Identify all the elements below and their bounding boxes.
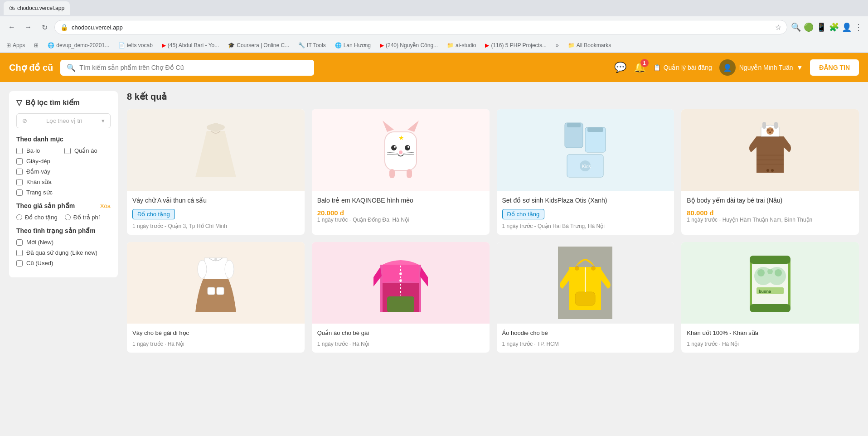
manage-posts-btn[interactable]: 📋 Quản lý bài đăng <box>653 64 712 71</box>
tab-title: chodocu.vercel.app <box>17 5 64 11</box>
category-giay-dep[interactable]: Giày-dép <box>16 158 111 165</box>
product-card-1[interactable]: Váy chữ A vải thun cá sấu Đồ cho tặng 1 … <box>127 109 305 235</box>
bookmark-grid[interactable]: ⊞ <box>31 41 41 49</box>
location-placeholder: Lọc theo vị trí <box>46 117 82 124</box>
app-logo[interactable]: Chợ đồ cũ <box>9 62 53 73</box>
checkbox-used[interactable] <box>16 260 23 266</box>
bookmark-yt1-label: (45) Abdul Bari - Yo... <box>168 42 219 48</box>
product-meta-1: 1 ngày trước - Quận 3, Tp Hồ Chí Minh <box>132 223 299 229</box>
price-radio-group: Đồ cho tặng Đồ trả phí <box>16 214 111 221</box>
condition-used[interactable]: Cũ (Used) <box>16 260 111 266</box>
checkbox-like-new[interactable] <box>16 250 23 256</box>
product-price-1: Đồ cho tặng <box>132 209 175 219</box>
bookmark-devup[interactable]: 🌐 devup_demo-20201... <box>45 41 112 49</box>
product-card-2[interactable]: ★ Balo trẻ em KAQINOBE hình mèo 20.000 đ… <box>312 109 490 235</box>
bookmark-coursera[interactable]: 🎓 Coursera | Online C... <box>225 41 292 49</box>
product-card-7[interactable]: Áo hoodie cho bé 1 ngày trước · TP. HCM <box>497 242 674 353</box>
bookmark-youtube1[interactable]: ▶ (45) Abdul Bari - Yo... <box>159 41 222 49</box>
category-dam-vay[interactable]: Đầm-váy <box>16 168 111 175</box>
category-khan-sua[interactable]: Khăn sữa <box>16 179 111 185</box>
bookmark-youtube3[interactable]: ▶ (116) 5 PHP Projects... <box>482 41 549 49</box>
checkbox-quan-ao[interactable] <box>64 148 71 154</box>
extension-icon-2[interactable]: 📱 <box>816 22 826 32</box>
post-button[interactable]: ĐĂNG TIN <box>810 59 859 76</box>
bookmark-youtube2[interactable]: ▶ (240) Nguyễn Công... <box>377 41 441 49</box>
checkbox-giay-dep[interactable] <box>16 158 23 165</box>
dropdown-chevron-icon: ▼ <box>796 64 803 71</box>
category-trang-suc-label: Trang sức <box>26 189 53 196</box>
svg-point-49 <box>399 279 402 282</box>
chevron-down-icon: ▾ <box>102 117 105 124</box>
product-price-4: 80.000 đ <box>687 209 853 217</box>
svg-point-7 <box>391 145 397 150</box>
svg-rect-64 <box>750 304 790 312</box>
menu-icon[interactable]: ⋮ <box>854 22 863 32</box>
svg-rect-63 <box>750 256 790 264</box>
profile-icon[interactable]: 👤 <box>842 22 852 32</box>
svg-point-65 <box>757 269 765 276</box>
bookmark-star[interactable]: ☆ <box>775 23 781 32</box>
svg-rect-42 <box>208 287 215 295</box>
checkbox-khan-sua[interactable] <box>16 179 23 185</box>
sidebar: ▽ Bộ lọc tìm kiếm ⊘ Lọc theo vị trí ▾ Th… <box>9 91 118 277</box>
bookmark-it-tools[interactable]: 🔧 IT Tools <box>296 41 329 49</box>
message-icon-btn[interactable]: 💬 <box>614 62 626 73</box>
product-title-7: Áo hoodie cho bé <box>502 329 669 337</box>
condition-like-new[interactable]: Đã qua sử dụng (Like new) <box>16 249 111 256</box>
bookmark-lan-huong[interactable]: 🌐 Lan Hương <box>332 41 373 49</box>
search-lens-icon[interactable]: 🔍 <box>791 22 801 32</box>
category-balo[interactable]: Ba-lo <box>16 147 63 154</box>
checkbox-dam-vay[interactable] <box>16 169 23 175</box>
svg-point-55 <box>591 266 596 271</box>
bookmark-ielts[interactable]: 📄 ielts vocab <box>116 41 155 49</box>
product-card-6[interactable]: Quần áo cho bé gái 1 ngày trước · Hà Nội <box>312 242 490 353</box>
condition-new[interactable]: Mới (New) <box>16 239 111 246</box>
price-free-option[interactable]: Đồ cho tặng <box>16 214 58 221</box>
checkbox-new[interactable] <box>16 239 23 246</box>
bookmark-ai-studio[interactable]: 📁 ai-studio <box>444 41 479 49</box>
bookmark-coursera-label: Coursera | Online C... <box>237 42 289 48</box>
address-bar[interactable]: 🔒 ☆ <box>54 20 787 34</box>
manage-posts-icon: 📋 <box>653 64 661 71</box>
product-image-5 <box>127 242 305 324</box>
notification-icon-btn[interactable]: 🔔 1 <box>634 62 646 73</box>
category-quan-ao[interactable]: Quần áo <box>64 147 111 154</box>
svg-rect-18 <box>407 169 412 178</box>
bookmark-more[interactable]: » <box>553 41 562 49</box>
back-button[interactable]: ← <box>5 21 18 34</box>
radio-paid[interactable] <box>65 214 71 220</box>
reload-button[interactable]: ↻ <box>38 21 51 34</box>
checkbox-balo[interactable] <box>16 148 23 154</box>
active-tab[interactable]: 🛍 chodocu.vercel.app <box>4 1 70 15</box>
category-trang-suc[interactable]: Trang sức <box>16 189 111 196</box>
user-info[interactable]: 👤 Nguyễn Minh Tuân ▼ <box>719 59 803 76</box>
product-svg-6 <box>373 247 428 319</box>
svg-point-44 <box>214 258 217 261</box>
extensions-area: 🔍 🟢 📱 🧩 👤 ⋮ <box>791 22 863 32</box>
bookmark-apps[interactable]: ⊞ Apps <box>4 41 28 49</box>
product-card-5[interactable]: Váy cho bé gái đi học 1 ngày trước · Hà … <box>127 242 305 353</box>
bookmark-aistudio-label: ai-studio <box>456 42 476 48</box>
extension-icon-3[interactable]: 🧩 <box>829 22 839 32</box>
bookmark-ittools-label: IT Tools <box>307 42 326 48</box>
clear-price-button[interactable]: Xóa <box>100 203 111 209</box>
forward-button[interactable]: → <box>22 21 34 34</box>
search-bar[interactable]: 🔍 <box>60 60 314 76</box>
apps-grid-icon: ⊞ <box>6 42 11 48</box>
svg-rect-36 <box>756 155 784 156</box>
radio-free[interactable] <box>16 214 22 220</box>
url-input[interactable] <box>72 24 771 31</box>
product-card-4[interactable]: Bộ body yếm dài tay bé trai (Nâu) 80.000… <box>681 109 859 235</box>
bookmark-all[interactable]: 📁 All Bookmarks <box>565 41 614 49</box>
checkbox-trang-suc[interactable] <box>16 189 23 196</box>
product-card-3[interactable]: Kids Set đồ sơ sinh KidsPlaza Otis (Xanh… <box>497 109 674 235</box>
search-input[interactable] <box>79 64 308 71</box>
filter-title: ▽ Bộ lọc tìm kiếm <box>16 98 111 107</box>
more-bookmarks-icon: » <box>556 42 559 48</box>
extension-icon-1[interactable]: 🟢 <box>804 22 814 32</box>
product-card-8[interactable]: buona Khăn ướt 100% - Khăn sữa 1 ngày tr… <box>681 242 859 353</box>
price-paid-option[interactable]: Đồ trả phí <box>65 214 100 221</box>
svg-rect-29 <box>774 122 778 129</box>
svg-point-8 <box>394 146 396 148</box>
location-filter[interactable]: ⊘ Lọc theo vị trí ▾ <box>16 113 111 128</box>
